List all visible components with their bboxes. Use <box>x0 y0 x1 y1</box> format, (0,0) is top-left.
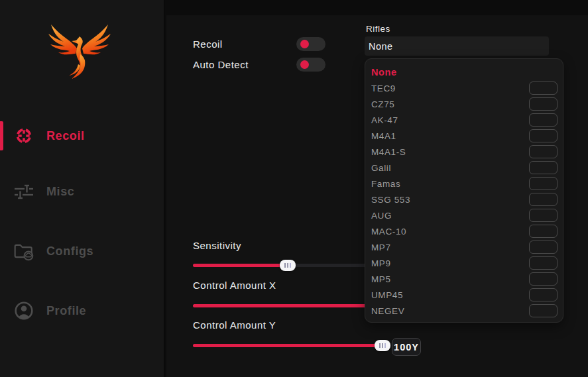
rifle-option[interactable]: MP9 <box>371 255 558 271</box>
rifle-option[interactable]: Galil <box>371 160 558 176</box>
sidebar-item-label: Configs <box>46 244 93 258</box>
crosshair-icon <box>13 125 34 146</box>
rifle-option[interactable]: AK-47 <box>371 112 558 128</box>
rifle-option[interactable]: SSG 553 <box>371 191 558 207</box>
slider-fill <box>193 264 288 267</box>
slider-fill <box>193 344 390 347</box>
folder-cloud-icon <box>13 241 34 262</box>
recoil-toggle[interactable] <box>296 37 325 51</box>
tune-icon <box>13 181 34 202</box>
rifle-option-label: SSG 553 <box>371 195 410 205</box>
control-amount-y-label: Control Amount Y <box>193 319 276 331</box>
keybind-box[interactable] <box>529 161 558 174</box>
sidebar-item-configs[interactable]: Configs <box>0 237 165 266</box>
keybind-box[interactable] <box>529 129 558 142</box>
toggle-knob <box>300 40 309 48</box>
active-indicator <box>0 121 3 150</box>
titlebar <box>166 0 588 15</box>
rifle-option-label: MP7 <box>371 242 391 252</box>
auto-detect-toggle-row: Auto Detect <box>193 57 325 72</box>
rifle-option-label: Famas <box>371 179 400 189</box>
sidebar-item-label: Recoil <box>46 129 85 143</box>
keybind-box[interactable] <box>529 97 558 111</box>
rifle-option[interactable]: CZ75 <box>371 96 558 112</box>
rifle-option-label: None <box>371 67 397 78</box>
rifle-option-label: NEGEV <box>371 306 404 316</box>
rifle-option-label: MP9 <box>371 258 391 268</box>
keybind-box[interactable] <box>529 241 558 254</box>
rifle-option[interactable]: M4A1 <box>371 128 558 144</box>
recoil-toggle-label: Recoil <box>193 38 223 50</box>
sensitivity-label: Sensitivity <box>193 240 241 251</box>
rifle-option[interactable]: M4A1-S <box>371 144 558 160</box>
rifle-option-label: M4A1 <box>371 131 396 141</box>
rifle-option-label: Galil <box>371 163 391 173</box>
keybind-box[interactable] <box>529 225 558 238</box>
toggle-knob <box>300 60 309 69</box>
keybind-box[interactable] <box>529 304 558 317</box>
rifle-option[interactable]: AUG <box>371 207 558 223</box>
rifle-option-label: AUG <box>371 211 392 221</box>
rifles-selected-value: None <box>369 41 393 52</box>
phoenix-logo-icon <box>46 17 113 85</box>
keybind-box[interactable] <box>529 256 558 270</box>
keybind-box[interactable] <box>529 113 558 127</box>
keybind-box[interactable] <box>529 209 558 222</box>
keybind-box[interactable] <box>529 145 558 158</box>
rifle-option[interactable]: MP7 <box>371 239 558 255</box>
keybind-box[interactable] <box>529 177 558 190</box>
rifles-label: Rifles <box>366 24 390 34</box>
recoil-toggle-row: Recoil <box>193 36 325 51</box>
rifles-select[interactable]: None <box>365 36 549 56</box>
rifle-option-label: TEC9 <box>371 83 396 93</box>
slider-handle[interactable] <box>280 260 296 271</box>
rifle-option-label: MP5 <box>371 274 391 284</box>
sidebar: Recoil Misc <box>0 0 165 377</box>
rifle-option-label: UMP45 <box>371 290 403 300</box>
auto-detect-toggle[interactable] <box>296 58 325 72</box>
sidebar-item-profile[interactable]: Profile <box>0 296 165 325</box>
keybind-box[interactable] <box>529 193 558 206</box>
control-amount-y-slider[interactable] <box>193 344 390 347</box>
rifle-option[interactable]: None <box>371 64 558 80</box>
main-panel: Recoil Auto Detect Rifles None None TEC9… <box>166 0 588 377</box>
rifles-dropdown-list: None TEC9 CZ75 AK-47 M4A1 <box>365 58 563 323</box>
grip-icon <box>287 263 288 268</box>
keybind-box[interactable] <box>529 81 558 95</box>
sidebar-item-label: Misc <box>46 185 74 199</box>
app-window: Recoil Misc <box>0 0 588 377</box>
control-y-value-badge: 100Y <box>392 338 421 356</box>
slider-handle[interactable] <box>375 340 390 351</box>
rifle-option[interactable]: NEGEV <box>371 303 558 319</box>
keybind-box[interactable] <box>529 272 558 286</box>
sidebar-item-misc[interactable]: Misc <box>0 177 165 206</box>
rifle-option-label: CZ75 <box>371 99 394 109</box>
sidebar-item-label: Profile <box>46 304 86 318</box>
auto-detect-toggle-label: Auto Detect <box>193 59 249 70</box>
rifle-option[interactable]: MAC-10 <box>371 223 558 239</box>
rifle-option[interactable]: MP5 <box>371 271 558 287</box>
sidebar-item-recoil[interactable]: Recoil <box>0 121 165 150</box>
rifle-option-label: M4A1-S <box>371 147 406 157</box>
rifle-option[interactable]: UMP45 <box>371 287 558 303</box>
grip-icon <box>382 343 383 348</box>
rifle-option[interactable]: TEC9 <box>371 80 558 96</box>
rifle-option-label: AK-47 <box>371 115 398 125</box>
rifle-option-label: MAC-10 <box>371 227 406 237</box>
keybind-box[interactable] <box>529 288 558 301</box>
rifle-option[interactable]: Famas <box>371 176 558 191</box>
user-circle-icon <box>13 300 34 321</box>
control-amount-x-label: Control Amount X <box>193 280 276 291</box>
